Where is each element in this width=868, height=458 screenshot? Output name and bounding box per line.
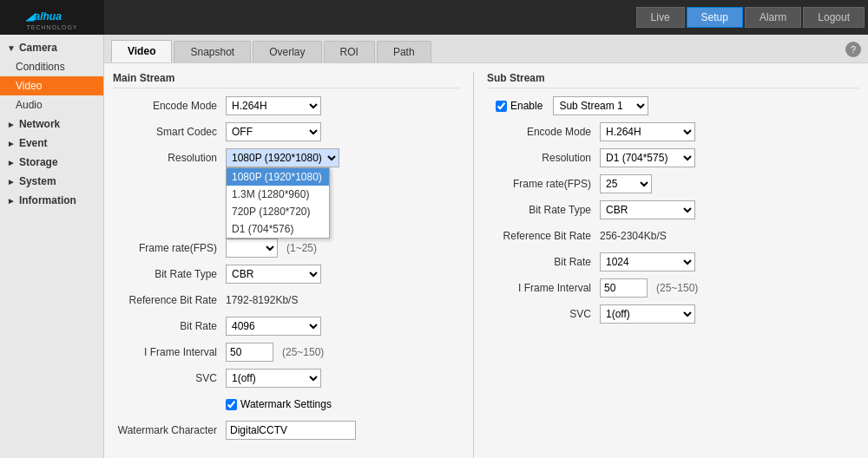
sub-i-frame-interval-row: I Frame Interval (25~150) [487,278,859,298]
bit-rate-control: 4096 [226,317,460,336]
sub-resolution-row: Resolution D1 (704*575) [487,147,859,168]
resolution-dropdown-open: 1080P (1920*1080) 1.3M (1280*960) 720P (… [226,167,330,239]
reference-bit-rate-label: Reference Bit Rate [113,294,226,306]
sub-bit-rate-select[interactable]: 1024 [600,252,695,272]
reference-bit-rate-value: 1792-8192Kb/S [226,294,298,306]
tab-path[interactable]: Path [377,41,431,62]
sub-enable-control: Enable Sub Stream 1 [496,96,859,115]
sidebar-section-storage[interactable]: ► Storage [0,153,103,172]
sub-enable-row: Enable Sub Stream 1 [487,95,859,116]
setup-button[interactable]: Setup [687,7,743,28]
sidebar-section-information[interactable]: ► Information [0,191,103,210]
watermark-character-input[interactable] [226,421,356,440]
logo-text: ◢alhua [26,4,77,24]
frame-rate-select[interactable] [226,239,278,258]
smart-codec-control: OFF [226,122,460,141]
sub-resolution-select[interactable]: D1 (704*575) [600,148,695,167]
header-buttons: Live Setup Alarm Logout [636,7,868,28]
panel-divider [473,72,474,458]
sub-enable-checkbox[interactable] [496,101,507,112]
sub-svc-row: SVC 1(off) [487,304,859,324]
svc-row: SVC 1(off) [113,368,460,389]
bit-rate-type-select[interactable]: CBR [226,265,321,284]
encode-mode-row: Encode Mode H.264H [113,95,460,116]
sub-i-frame-interval-hint: (25~150) [656,282,698,294]
smart-codec-row: Smart Codec OFF [113,121,460,142]
sub-frame-rate-row: Frame rate(FPS) 25 [487,173,859,194]
alarm-button[interactable]: Alarm [745,7,801,28]
smart-codec-select[interactable]: OFF [226,122,321,141]
resolution-row: Resolution 1080P (1920*1080) 1080P (1920… [113,147,460,168]
live-button[interactable]: Live [636,7,685,28]
sidebar-section-event[interactable]: ► Event [0,134,103,153]
sidebar-section-system[interactable]: ► System [0,172,103,191]
bit-rate-row: Bit Rate 4096 [113,316,460,337]
watermark-character-row: Watermark Character [113,420,460,441]
svc-select[interactable]: 1(off) [226,369,321,388]
sub-enable-label: Enable [510,100,542,112]
sub-frame-rate-select[interactable]: 25 [600,174,652,193]
tab-snapshot[interactable]: Snapshot [174,41,251,62]
sub-bit-rate-control: 1024 [600,252,859,272]
sub-stream-title: Sub Stream [487,72,859,88]
sub-stream-select[interactable]: Sub Stream 1 [553,96,648,115]
bit-rate-select[interactable]: 4096 [226,317,321,336]
sub-svc-select[interactable]: 1(off) [600,304,695,324]
i-frame-interval-input[interactable] [226,343,273,362]
sub-svc-control: 1(off) [600,304,859,324]
i-frame-interval-label: I Frame Interval [113,346,226,358]
sub-stream-panel: Sub Stream Enable Sub Stream 1 [487,72,859,458]
sidebar-section-network[interactable]: ► Network [0,114,103,134]
reference-bit-rate-control: 1792-8192Kb/S [226,294,460,306]
resolution-option-1_3m[interactable]: 1.3M (1280*960) [227,186,329,203]
svc-label: SVC [113,372,226,384]
sub-reference-bit-rate-label: Reference Bit Rate [487,230,600,242]
i-frame-interval-hint: (25~150) [282,346,324,358]
sub-resolution-control: D1 (704*575) [600,148,859,167]
resolution-option-1080p[interactable]: 1080P (1920*1080) [227,168,329,186]
bit-rate-type-row: Bit Rate Type CBR [113,264,460,285]
i-frame-interval-row: I Frame Interval (25~150) [113,342,460,363]
sub-bit-rate-label: Bit Rate [487,256,600,268]
tab-overlay[interactable]: Overlay [253,41,321,62]
sidebar-item-conditions[interactable]: Conditions [0,57,103,76]
watermark-checkbox[interactable] [226,399,237,410]
frame-rate-row: Frame rate(FPS) (1~25) [113,238,460,258]
sub-bit-rate-row: Bit Rate 1024 [487,252,859,272]
bit-rate-type-control: CBR [226,265,460,284]
resolution-label: Resolution [113,152,226,164]
help-icon[interactable]: ? [845,42,861,57]
svc-control: 1(off) [226,369,460,388]
sub-i-frame-interval-input[interactable] [600,278,648,298]
resolution-select[interactable]: 1080P (1920*1080) [226,148,339,167]
content-area: Video Snapshot Overlay ROI Path ? Main S… [104,35,868,458]
encode-mode-select[interactable]: H.264H [226,96,321,115]
sub-frame-rate-control: 25 [600,174,859,193]
sub-bit-rate-type-row: Bit Rate Type CBR [487,200,859,220]
sub-resolution-label: Resolution [487,152,600,164]
sidebar-item-audio[interactable]: Audio [0,95,103,114]
sub-encode-mode-select[interactable]: H.264H [600,122,695,141]
smart-codec-label: Smart Codec [113,126,226,138]
encode-mode-label: Encode Mode [113,100,226,112]
sub-reference-bit-rate-control: 256-2304Kb/S [600,230,859,242]
watermark-character-control [226,421,460,440]
resolution-option-720p[interactable]: 720P (1280*720) [227,203,329,220]
logout-button[interactable]: Logout [803,7,865,28]
sidebar-item-video[interactable]: Video [0,76,103,95]
sidebar-section-camera[interactable]: ▼ Camera [0,38,103,57]
sub-bit-rate-type-select[interactable]: CBR [600,200,695,219]
frame-rate-hint: (1~25) [286,242,317,254]
tab-video[interactable]: Video [111,40,172,62]
tab-roi[interactable]: ROI [324,41,375,62]
bit-rate-label: Bit Rate [113,320,226,332]
frame-rate-control: (1~25) [226,239,460,258]
logo: ◢alhua TECHNOLOGY [0,0,104,35]
sub-reference-bit-rate-row: Reference Bit Rate 256-2304Kb/S [487,226,859,246]
tabs-bar: Video Snapshot Overlay ROI Path ? [104,35,868,63]
sub-encode-mode-control: H.264H [600,122,859,141]
sub-encode-mode-label: Encode Mode [487,126,600,138]
sidebar: ▼ Camera Conditions Video Audio ► Networ… [0,35,104,458]
resolution-option-d1[interactable]: D1 (704*576) [227,220,329,238]
resolution-control: 1080P (1920*1080) 1080P (1920*1080) 1.3M… [226,148,460,167]
